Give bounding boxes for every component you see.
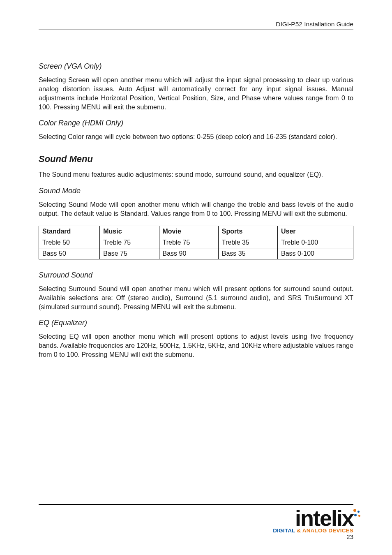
td: Treble 0-100 [278, 237, 353, 248]
page: DIGI-P52 Installation Guide Screen (VGA … [0, 0, 392, 555]
heading-sound-menu: Sound Menu [39, 154, 353, 164]
logo-dots-icon [353, 509, 361, 525]
body-color-range: Selecting Color range will cycle between… [39, 132, 353, 141]
body-surround: Selecting Surround Sound will open anoth… [39, 284, 353, 312]
table-row: Bass 50 Base 75 Bass 90 Bass 35 Bass 0-1… [39, 248, 353, 259]
heading-color-range: Color Range (HDMI Only) [39, 119, 353, 127]
body-screen: Selecting Screen will open another menu … [39, 76, 353, 111]
th-standard: Standard [39, 226, 100, 237]
logo-sub-digital: DIGITAL [273, 527, 297, 534]
th-sports: Sports [218, 226, 277, 237]
logo-wrap: intelix DIGITAL & ANALOG DEVICES [39, 508, 353, 534]
th-movie: Movie [159, 226, 218, 237]
heading-screen: Screen (VGA Only) [39, 62, 353, 71]
footer-rule [39, 504, 353, 505]
body-sound-menu-intro: The Sound menu features audio adjustment… [39, 170, 353, 179]
td: Treble 35 [218, 237, 277, 248]
header-title: DIGI-P52 Installation Guide [39, 21, 353, 30]
sound-mode-table: Standard Music Movie Sports User Treble … [39, 226, 353, 259]
body-sound-mode: Selecting Sound Mode will open another m… [39, 200, 353, 218]
td: Bass 50 [39, 248, 100, 259]
heading-surround: Surround Sound [39, 271, 353, 280]
body-eq: Selecting EQ will open another menu whic… [39, 332, 353, 359]
th-user: User [278, 226, 353, 237]
page-number: 23 [39, 533, 353, 540]
heading-eq: EQ (Equalizer) [39, 319, 353, 327]
table-row: Treble 50 Treble 75 Treble 75 Treble 35 … [39, 237, 353, 248]
td: Bass 0-100 [278, 248, 353, 259]
th-music: Music [100, 226, 159, 237]
td: Base 75 [100, 248, 159, 259]
brand-logo: intelix DIGITAL & ANALOG DEVICES [273, 508, 353, 534]
logo-text: intelix [273, 508, 353, 528]
td: Treble 50 [39, 237, 100, 248]
td: Bass 90 [159, 248, 218, 259]
heading-sound-mode: Sound Mode [39, 187, 353, 195]
td: Treble 75 [100, 237, 159, 248]
td: Bass 35 [218, 248, 277, 259]
td: Treble 75 [159, 237, 218, 248]
footer: intelix DIGITAL & ANALOG DEVICES 23 [39, 504, 353, 540]
logo-main-text: intelix [295, 506, 353, 530]
table-header-row: Standard Music Movie Sports User [39, 226, 353, 237]
